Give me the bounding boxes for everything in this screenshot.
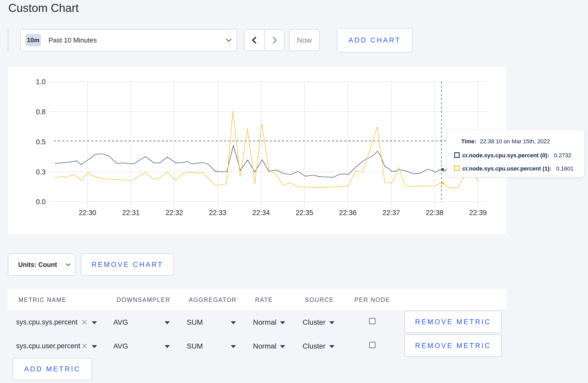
svg-text:0.3: 0.3 (36, 168, 46, 176)
svg-text:22:31: 22:31 (122, 209, 140, 217)
svg-text:22:34: 22:34 (252, 209, 270, 217)
svg-text:22:35: 22:35 (296, 209, 313, 217)
svg-text:0.0: 0.0 (36, 198, 46, 206)
svg-text:22:32: 22:32 (166, 209, 183, 217)
svg-text:0.8: 0.8 (36, 108, 46, 116)
svg-text:22:37: 22:37 (382, 209, 400, 217)
svg-text:22:36: 22:36 (339, 209, 357, 217)
svg-text:0.5: 0.5 (36, 138, 46, 146)
svg-text:22:38: 22:38 (426, 209, 444, 217)
svg-text:22:39: 22:39 (469, 209, 487, 217)
svg-text:22:30: 22:30 (79, 209, 96, 217)
svg-text:22:33: 22:33 (209, 209, 227, 217)
svg-text:1.0: 1.0 (36, 78, 46, 86)
